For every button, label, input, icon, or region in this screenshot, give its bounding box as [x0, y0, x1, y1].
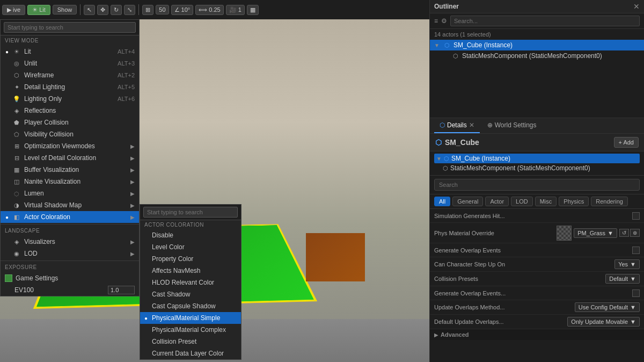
- perspective-button[interactable]: ▶ ive: [2, 5, 25, 15]
- move-tool[interactable]: ✥: [97, 5, 108, 15]
- outliner-close-button[interactable]: ✕: [633, 2, 640, 11]
- cat-tab-misc[interactable]: Misc: [535, 197, 557, 206]
- menu-item-game-settings[interactable]: Game Settings: [1, 272, 139, 284]
- details-panel: ⬡ Details ✕ ⊕ World Settings ⬡ SM_Cube +…: [430, 118, 644, 362]
- details-search-input[interactable]: [434, 179, 640, 191]
- angle-snap[interactable]: ∠ 10°: [171, 5, 194, 15]
- submenu-item-disable[interactable]: Disable: [140, 229, 241, 241]
- submenu-item-physical-simple[interactable]: ● PhysicalMaterial Simple: [140, 312, 241, 324]
- expand-arrow[interactable]: ▼: [434, 42, 441, 48]
- submenu-item-level-color[interactable]: Level Color: [140, 241, 241, 253]
- scale-tool[interactable]: ⤡: [124, 5, 135, 15]
- cat-tab-physics[interactable]: Physics: [559, 197, 589, 206]
- character-step-value: Yes ▼: [614, 259, 640, 269]
- menu-item-visualizers[interactable]: ◈ Visualizers ▶: [1, 236, 139, 248]
- menu-item-lumen[interactable]: ◌ Lumen ▶: [1, 187, 139, 199]
- cat-tab-general[interactable]: General: [452, 197, 483, 206]
- menu-item-lod-coloration[interactable]: ⊟ Level of Detail Coloration ▶: [1, 152, 139, 164]
- category-tabs: All General Actor LOD Misc Physics Rende…: [430, 194, 644, 209]
- menu-item-lighting-only[interactable]: 💡 Lighting Only ALT+6: [1, 93, 139, 105]
- submenu-search-input[interactable]: [143, 207, 238, 218]
- phys-material-dropdown[interactable]: PM_Grass ▼: [574, 228, 617, 238]
- tree-item-sm-cube-instance[interactable]: ▼ ⬡ SM_Cube (Instance): [430, 40, 644, 50]
- submenu-item-navmesh[interactable]: Affects NavMesh: [140, 265, 241, 277]
- cat-tab-lod[interactable]: LOD: [511, 197, 533, 206]
- lod-coloration-dot: [5, 156, 9, 160]
- menu-item-vsm[interactable]: ◑ Virtual Shadow Map ▶: [1, 199, 139, 211]
- menu-item-ev100[interactable]: EV100: [1, 284, 139, 296]
- details-tab-close[interactable]: ✕: [469, 121, 474, 129]
- submenu-item-property-color[interactable]: Property Color: [140, 253, 241, 265]
- add-component-button[interactable]: + Add: [614, 137, 639, 148]
- menu-item-wireframe[interactable]: ⬡ Wireframe ALT+2: [1, 69, 139, 81]
- default-update-overlaps-dropdown[interactable]: Only Update Movable ▼: [567, 317, 640, 327]
- menu-item-unlit[interactable]: ◎ Unlit ALT+3: [1, 57, 139, 69]
- select-tool[interactable]: ↖: [84, 5, 95, 15]
- cam-speed[interactable]: 🎥 1: [226, 5, 245, 15]
- cat-tab-actor[interactable]: Actor: [485, 197, 509, 206]
- filter-icon[interactable]: ≡: [434, 17, 438, 25]
- details-title-text: SM_Cube: [445, 138, 479, 147]
- cat-tab-all[interactable]: All: [434, 197, 450, 206]
- simulation-hit-checkbox[interactable]: [632, 212, 640, 220]
- submenu-search-bar[interactable]: [140, 205, 241, 220]
- scale-snap[interactable]: ⟺ 0.25: [195, 5, 223, 15]
- actor-coloration-arrow: ▶: [130, 214, 135, 220]
- component-tree: ▼ ⬡ SM_Cube (Instance) ⬡ StaticMeshCompo…: [430, 151, 644, 176]
- phys-material-refresh[interactable]: ↺: [619, 229, 629, 237]
- menu-item-nanite-viz[interactable]: ◫ Nanite Visualization ▶: [1, 176, 139, 187]
- menu-item-lod[interactable]: ◉ LOD ▶: [1, 248, 139, 259]
- game-settings-checkbox[interactable]: [5, 274, 12, 282]
- unlit-shortcut: ALT+3: [118, 60, 135, 67]
- submenu-item-cast-capsule[interactable]: Cast Capsule Shadow: [140, 300, 241, 312]
- submenu-item-cast-shadow[interactable]: Cast Shadow: [140, 288, 241, 300]
- menu-search-bar[interactable]: [1, 20, 139, 35]
- show-button[interactable]: Show: [53, 5, 77, 15]
- grid-button[interactable]: ⊞: [142, 5, 153, 15]
- generate-overlap-checkbox[interactable]: [632, 247, 640, 254]
- menu-item-player-collision[interactable]: ⬟ Player Collision: [1, 117, 139, 128]
- details-search-bar[interactable]: [430, 176, 644, 194]
- rotate-tool[interactable]: ↻: [111, 5, 122, 15]
- update-overlaps-method-dropdown[interactable]: Use Config Default ▼: [575, 302, 640, 312]
- phys-material-browse[interactable]: ⊕: [630, 229, 640, 237]
- generate-overlap-2-checkbox[interactable]: [632, 289, 640, 297]
- cast-capsule-label: Cast Capsule Shadow: [152, 302, 216, 310]
- submenu-item-hlod[interactable]: HLOD Relevant Color: [140, 277, 241, 288]
- grid-size[interactable]: 50: [156, 5, 169, 15]
- outliner-search-input[interactable]: [450, 16, 640, 26]
- lod-dot: [5, 251, 9, 256]
- menu-item-optimization[interactable]: ⊞ Optimization Viewmodes ▶: [1, 140, 139, 152]
- comp-item-sm-cube[interactable]: ▼ ⬡ SM_Cube (Instance): [434, 154, 640, 163]
- nanite-viz-dot: [5, 179, 9, 184]
- tab-details[interactable]: ⬡ Details ✕: [434, 118, 480, 133]
- lit-button[interactable]: ☀ Lit: [27, 5, 50, 15]
- character-step-dropdown[interactable]: Yes ▼: [614, 259, 640, 269]
- comp-item-static-mesh[interactable]: ⬡ StaticMeshComponent (StaticMeshCompone…: [434, 163, 640, 173]
- collision-presets-label: Collision Presets: [434, 276, 605, 282]
- settings-icon[interactable]: ⚙: [441, 17, 447, 25]
- character-step-label: Can Character Step Up On: [434, 261, 614, 267]
- menu-item-detail-lighting[interactable]: ✦ Detail Lighting ALT+5: [1, 81, 139, 93]
- menu-item-buffer-viz[interactable]: ▦ Buffer Visualization ▶: [1, 164, 139, 176]
- tree-item-static-mesh-component[interactable]: ⬡ StaticMeshComponent (StaticMeshCompone…: [430, 50, 644, 61]
- menu-item-reflections[interactable]: ◈ Reflections: [1, 105, 139, 117]
- submenu-item-collision-preset[interactable]: Collision Preset: [140, 336, 241, 347]
- lighting-only-icon: 💡: [12, 95, 21, 103]
- menu-item-actor-coloration[interactable]: ● ◧ Actor Coloration ▶: [1, 211, 139, 223]
- ev100-input[interactable]: [108, 286, 135, 294]
- view-mode-btn[interactable]: ▦: [247, 5, 259, 15]
- submenu-item-data-layer[interactable]: Current Data Layer Color: [140, 347, 241, 359]
- collision-presets-dropdown[interactable]: Default ▼: [605, 274, 640, 284]
- default-update-overlaps-text: Only Update Movable: [571, 318, 628, 325]
- menu-search-input[interactable]: [4, 22, 136, 33]
- comp-expand[interactable]: ▼: [436, 156, 442, 162]
- menu-item-visibility-collision[interactable]: ⬠ Visibility Collision: [1, 128, 139, 140]
- menu-item-lit[interactable]: ● ☀ Lit ALT+4: [1, 46, 139, 57]
- tab-world-settings[interactable]: ⊕ World Settings: [482, 118, 542, 133]
- submenu-item-physical-complex[interactable]: PhysicalMaterial Complex: [140, 324, 241, 336]
- vsm-icon: ◑: [12, 201, 21, 209]
- advanced-section-header[interactable]: ▶ Advanced: [430, 329, 644, 340]
- cat-tab-rendering[interactable]: Rendering: [591, 197, 628, 206]
- comp-sm-cube-label: SM_Cube (Instance): [451, 155, 510, 162]
